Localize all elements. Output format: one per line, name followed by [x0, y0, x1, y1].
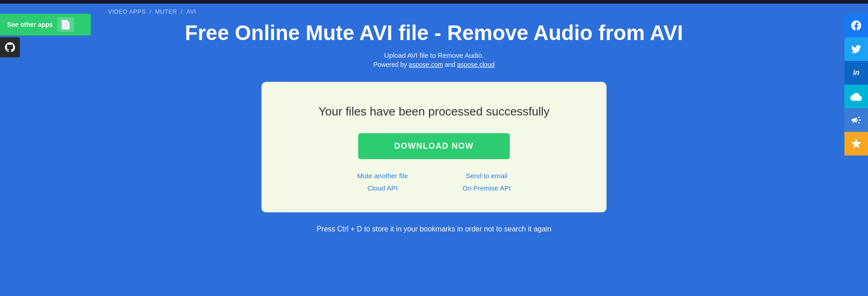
- left-sidebar: See other apps 📄: [0, 14, 91, 57]
- mute-another-file-link[interactable]: Mute another file: [357, 172, 408, 180]
- cloud-icon: [850, 92, 862, 101]
- breadcrumb-avi[interactable]: AVI: [186, 8, 196, 15]
- powered-by: Powered by aspose.com and aspose.cloud: [0, 61, 868, 68]
- aspose-com-link[interactable]: aspose.com: [409, 61, 443, 68]
- megaphone-button[interactable]: [844, 108, 868, 132]
- star-button[interactable]: [844, 132, 868, 156]
- card-links-col2: Send to email On Premise API: [435, 172, 538, 192]
- powered-by-and: and: [443, 61, 457, 68]
- facebook-button[interactable]: [844, 14, 868, 37]
- cloud-api-link[interactable]: Cloud API: [367, 184, 398, 192]
- github-button[interactable]: [0, 37, 20, 57]
- right-sidebar: in: [844, 14, 868, 156]
- result-card: Your files have been processed successfu…: [261, 82, 607, 212]
- card-links: Mute another file Cloud API Send to emai…: [280, 172, 588, 192]
- document-icon: 📄: [57, 17, 74, 32]
- github-icon: [5, 42, 15, 52]
- subtitle: Upload AVI file to Remove Audio.: [0, 51, 868, 59]
- see-other-apps-label: See other apps: [7, 21, 53, 28]
- success-message: Your files have been processed successfu…: [280, 105, 588, 119]
- see-other-apps-button[interactable]: See other apps 📄: [0, 14, 91, 35]
- top-bar: [0, 0, 868, 4]
- aspose-cloud-link[interactable]: aspose.cloud: [457, 61, 495, 68]
- twitter-button[interactable]: [844, 37, 868, 61]
- bottom-hint: Press Ctrl + D to store it in your bookm…: [0, 225, 868, 233]
- linkedin-icon: in: [853, 69, 859, 77]
- page-title: Free Online Mute AVI file - Remove Audio…: [0, 21, 868, 45]
- cloud-button[interactable]: [844, 85, 868, 108]
- star-icon: [850, 138, 862, 150]
- breadcrumb: VIDEO APPS / MUTER / AVI: [0, 4, 868, 19]
- linkedin-button[interactable]: in: [844, 61, 868, 85]
- twitter-icon: [851, 44, 861, 54]
- breadcrumb-sep-2: /: [181, 8, 184, 15]
- breadcrumb-video-apps[interactable]: VIDEO APPS: [108, 8, 146, 15]
- breadcrumb-sep-1: /: [149, 8, 153, 15]
- card-links-col1: Mute another file Cloud API: [330, 172, 435, 192]
- download-button[interactable]: DOWNLOAD NOW: [358, 133, 510, 159]
- breadcrumb-muter[interactable]: MUTER: [155, 8, 177, 15]
- facebook-icon: [851, 20, 861, 30]
- megaphone-icon: [851, 115, 862, 125]
- main-content: Free Online Mute AVI file - Remove Audio…: [0, 19, 868, 251]
- send-to-email-link[interactable]: Send to email: [466, 172, 508, 180]
- on-premise-api-link[interactable]: On Premise API: [463, 184, 511, 192]
- powered-by-text: Powered by: [374, 61, 409, 68]
